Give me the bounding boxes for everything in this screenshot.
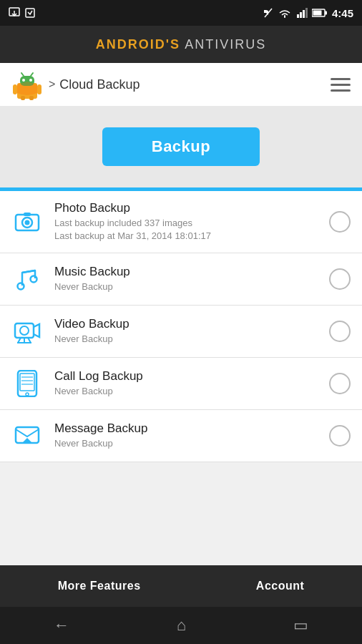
svg-point-23 [25,220,30,225]
mute-icon [263,7,273,19]
list-item[interactable]: Call Log Backup Never Backup [0,358,362,410]
app-bar: ANDROID'S ANTIVIRUS [0,26,362,63]
svg-rect-2 [26,9,34,17]
svg-rect-17 [13,84,17,94]
battery-icon [312,8,328,18]
photo-backup-sub2: Last backup at Mar 31, 2014 18:01:17 [54,230,318,243]
breadcrumb: > Cloud Backup [49,77,140,92]
status-time: 4:45 [332,7,353,19]
nav-bar: ← ⌂ ▭ [0,607,362,644]
backup-list: Photo Backup Last backup included 337 im… [0,191,362,462]
photo-backup-sub1: Last backup included 337 images [54,217,318,230]
bottom-action-bar: More Features Account [0,565,362,607]
app-title-android: ANDROID'S [96,37,180,52]
list-item[interactable]: Photo Backup Last backup included 337 im… [0,191,362,253]
music-backup-content: Music Backup Never Backup [54,265,318,293]
video-backup-radio[interactable] [329,321,351,342]
music-icon [11,263,43,295]
calllog-backup-sub: Never Backup [54,385,318,398]
more-features-button[interactable]: More Features [58,580,141,592]
svg-rect-35 [20,374,34,391]
home-button[interactable]: ⌂ [177,616,186,635]
status-right-icons: 4:45 [263,7,353,19]
message-backup-sub: Never Backup [54,437,318,450]
clipboard-icon [24,7,36,19]
message-backup-radio[interactable] [329,425,351,447]
message-backup-content: Message Backup Never Backup [54,421,318,450]
svg-rect-9 [325,11,327,15]
svg-rect-20 [29,96,34,100]
backup-button[interactable]: Backup [102,127,260,166]
svg-line-27 [22,270,35,273]
wifi-icon [278,7,292,19]
svg-rect-18 [37,84,41,94]
app-title: ANDROID'S ANTIVIRUS [96,37,266,52]
list-item[interactable]: Music Backup Never Backup [0,253,362,306]
svg-line-16 [31,73,33,76]
calllog-backup-radio[interactable] [329,373,351,394]
music-backup-radio[interactable] [329,268,351,290]
svg-line-15 [21,73,24,76]
photo-icon [11,206,43,238]
backup-section: Backup [0,106,362,187]
calllog-backup-title: Call Log Backup [54,369,318,384]
signal-icon [296,7,308,19]
video-backup-sub: Never Backup [54,333,318,346]
svg-rect-6 [303,10,305,18]
status-left-icons [9,7,259,19]
phone-icon [11,368,43,399]
list-item[interactable]: Video Backup Never Backup [0,306,362,358]
svg-rect-19 [21,96,25,100]
list-item[interactable]: Message Backup Never Backup [0,410,362,462]
svg-point-26 [31,276,37,283]
download-icon [9,7,20,19]
recents-button[interactable]: ▭ [293,616,308,635]
svg-point-13 [22,79,25,82]
photo-backup-title: Photo Backup [54,201,318,215]
photo-backup-content: Photo Backup Last backup included 337 im… [54,201,318,243]
photo-backup-radio[interactable] [329,211,351,233]
app-logo [11,69,43,100]
svg-rect-4 [297,14,299,18]
svg-rect-7 [305,8,308,18]
svg-point-36 [26,393,29,396]
breadcrumb-arrow: > [49,78,55,91]
svg-rect-24 [24,213,31,216]
music-backup-title: Music Backup [54,265,318,279]
video-backup-title: Video Backup [54,317,318,331]
video-icon [11,316,43,347]
svg-point-25 [18,283,24,290]
message-icon [11,420,43,452]
back-button[interactable]: ← [54,616,69,635]
hamburger-menu[interactable] [331,78,351,92]
header-left: > Cloud Backup [11,69,140,100]
account-button[interactable]: Account [256,580,305,592]
svg-rect-10 [313,11,321,16]
svg-rect-5 [300,12,302,18]
svg-point-29 [20,326,29,335]
status-bar: 4:45 [0,0,362,26]
page-title: Cloud Backup [59,77,140,92]
video-backup-content: Video Backup Never Backup [54,317,318,346]
calllog-backup-content: Call Log Backup Never Backup [54,369,318,398]
header: > Cloud Backup [0,63,362,106]
music-backup-sub: Never Backup [54,280,318,293]
svg-point-14 [29,79,32,82]
message-backup-title: Message Backup [54,421,318,436]
